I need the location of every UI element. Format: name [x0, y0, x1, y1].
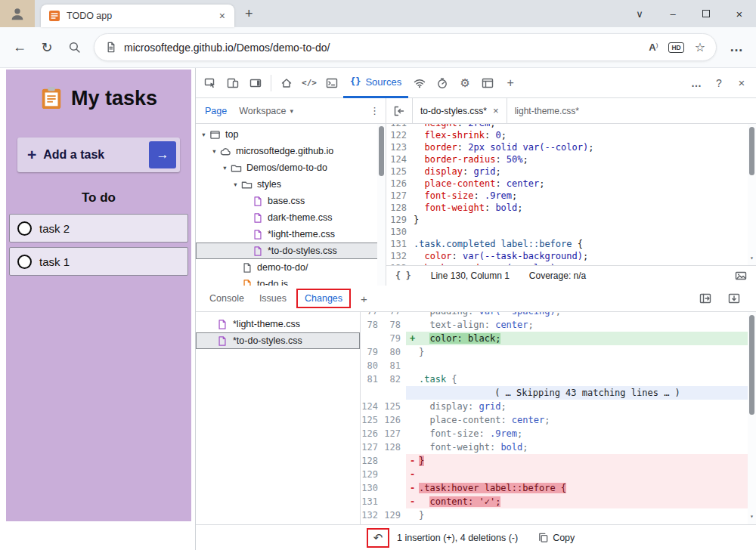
navigator-more-icon[interactable]: ⋮ — [370, 105, 380, 116]
diff-row[interactable]: 79 + color: black; — [361, 332, 756, 345]
line-number[interactable]: 128 — [386, 202, 414, 214]
line-number[interactable]: 124 — [386, 153, 414, 165]
expand-panel-button[interactable] — [723, 286, 745, 311]
expander-icon[interactable]: ▾ — [231, 181, 240, 188]
expander-icon[interactable]: ▾ — [199, 131, 209, 138]
tab-sources[interactable]: {} Sources — [343, 68, 408, 98]
navigator-tab-workspace[interactable]: Workspace▾ — [239, 106, 293, 116]
submit-task-button[interactable]: → — [149, 141, 176, 168]
profile-button[interactable] — [0, 0, 35, 27]
more-tabs-button[interactable]: + — [499, 71, 522, 95]
copy-button[interactable]: Copy — [538, 532, 575, 543]
diff-view[interactable]: 77 77 padding: var(--spacing); 78 78 tex… — [361, 312, 756, 524]
url-text[interactable]: microsoftedge.github.io/Demos/demo-to-do… — [124, 42, 638, 54]
tree-scrollbar[interactable] — [377, 124, 386, 286]
code-line[interactable]: 132 color: var(--task-background); — [386, 250, 756, 262]
code-line[interactable]: 124 border-radius: 50%; — [386, 153, 756, 165]
code-line[interactable]: 129 } — [386, 214, 756, 226]
line-number[interactable]: 125 — [386, 165, 414, 178]
diff-row[interactable]: 77 77 padding: var(--spacing); — [361, 312, 756, 318]
devtools-overflow-button[interactable]: … — [685, 71, 708, 95]
editor-tab-inactive[interactable]: light-theme.css* — [507, 98, 587, 123]
diff-row[interactable]: 126 127 font-size: .9rem; — [361, 427, 756, 440]
memory-tab-button[interactable]: ⚙ — [454, 71, 476, 95]
code-line[interactable]: 121 height: 2rem; — [386, 124, 756, 129]
diff-row[interactable]: 127 128 font-weight: bold; — [361, 440, 756, 454]
line-number[interactable]: 123 — [386, 141, 414, 153]
dock-side-button[interactable] — [244, 71, 267, 95]
tree-item[interactable]: ▾ styles — [196, 176, 386, 193]
scroll-down-arrow-icon[interactable]: ▾ — [748, 510, 756, 524]
diff-scrollbar[interactable]: ▾ — [748, 312, 756, 524]
drawer-more-tabs-button[interactable]: + — [353, 292, 375, 305]
console-tab-button[interactable] — [321, 71, 343, 95]
code-line[interactable]: 133 background: var(--color); — [386, 262, 756, 265]
hd-button[interactable]: HD — [668, 42, 683, 53]
diff-row[interactable]: 81 82 .task { — [361, 372, 756, 386]
revert-changes-button[interactable]: ↶ — [367, 528, 389, 548]
browser-tab[interactable]: TODO app × — [41, 5, 234, 27]
editor-tab-active[interactable]: to-do-styles.css* × — [412, 98, 507, 123]
code-line[interactable]: 125 display: grid; — [386, 165, 756, 178]
search-button[interactable] — [60, 34, 88, 61]
diff-row[interactable]: 79 80 } — [361, 345, 756, 359]
diff-row[interactable]: 130 - .task:hover label::before { — [361, 481, 756, 495]
back-button[interactable]: ← — [6, 34, 33, 61]
scrollbar-thumb[interactable] — [749, 315, 754, 415]
sidebar-toggle-button[interactable] — [694, 286, 717, 311]
devtools-help-button[interactable]: ? — [708, 71, 730, 95]
code-line[interactable]: 127 font-size: .9rem; — [386, 190, 756, 202]
address-bar[interactable]: microsoftedge.github.io/Demos/demo-to-do… — [94, 33, 717, 61]
code-line[interactable]: 131 .task.completed label::before { — [386, 238, 756, 250]
task-item[interactable]: task 2 — [9, 214, 188, 243]
window-close-button[interactable]: × — [723, 0, 756, 27]
hide-navigator-button[interactable] — [389, 98, 410, 123]
tree-item[interactable]: ▾ top — [196, 126, 386, 143]
site-info-icon[interactable] — [105, 42, 116, 53]
line-number[interactable]: 133 — [386, 262, 414, 265]
minimize-button[interactable]: – — [656, 0, 689, 27]
device-emulation-button[interactable] — [222, 71, 244, 95]
diff-row[interactable]: 132 129 } — [361, 508, 756, 522]
diff-row[interactable]: 128 - } — [361, 454, 756, 468]
tree-item[interactable]: dark-theme.css — [196, 209, 386, 226]
changed-file-item[interactable]: *to-do-styles.css — [196, 332, 360, 349]
media-button[interactable] — [735, 270, 747, 282]
line-number[interactable]: 126 — [386, 178, 414, 190]
task-item[interactable]: task 1 — [9, 247, 188, 276]
scroll-down-arrow-icon[interactable]: ▾ — [748, 252, 756, 264]
line-number[interactable]: 122 — [386, 129, 414, 141]
diff-row[interactable]: 131 - content: '✓'; — [361, 495, 756, 508]
welcome-tab-button[interactable] — [275, 71, 298, 95]
code-editor[interactable]: 121 height: 2rem; 122 flex-shrink: 0; 12… — [386, 124, 756, 265]
tree-item[interactable]: *to-do-styles.css — [196, 243, 386, 259]
close-icon[interactable]: × — [493, 105, 499, 116]
tab-console[interactable]: Console — [202, 293, 252, 304]
editor-scrollbar[interactable]: ▾ — [748, 124, 756, 265]
read-aloud-button[interactable]: A) — [649, 42, 658, 53]
diff-row[interactable]: 80 81 — [361, 359, 756, 372]
tree-item[interactable]: demo-to-do/ — [196, 259, 386, 276]
format-braces-icon[interactable]: { } — [395, 270, 411, 281]
network-tab-button[interactable] — [408, 71, 431, 95]
diff-row[interactable]: 129 - — [361, 468, 756, 481]
application-tab-button[interactable] — [476, 71, 499, 95]
line-number[interactable]: 131 — [386, 238, 414, 250]
line-number[interactable]: 129 — [386, 214, 414, 226]
tree-item[interactable]: to-do.js — [196, 276, 386, 286]
code-line[interactable]: 122 flex-shrink: 0; — [386, 129, 756, 141]
line-number[interactable]: 127 — [386, 190, 414, 202]
navigator-tab-page[interactable]: Page — [205, 106, 227, 116]
window-menu-chevron-icon[interactable]: ∨ — [623, 0, 656, 27]
code-line[interactable]: 130 — [386, 226, 756, 238]
tree-item[interactable]: ▾ Demos/demo-to-do — [196, 159, 386, 176]
line-number[interactable]: 121 — [386, 124, 414, 129]
add-task-button[interactable]: + Add a task → — [17, 138, 180, 172]
maximize-button[interactable] — [689, 0, 723, 27]
task-checkbox[interactable] — [17, 255, 32, 269]
code-line[interactable]: 126 place-content: center; — [386, 178, 756, 190]
browser-more-button[interactable]: … — [723, 34, 750, 61]
elements-tab-button[interactable]: </> — [298, 71, 321, 95]
tree-item[interactable]: *light-theme.css — [196, 226, 386, 243]
tree-item[interactable]: ▾ microsoftedge.github.io — [196, 143, 386, 159]
